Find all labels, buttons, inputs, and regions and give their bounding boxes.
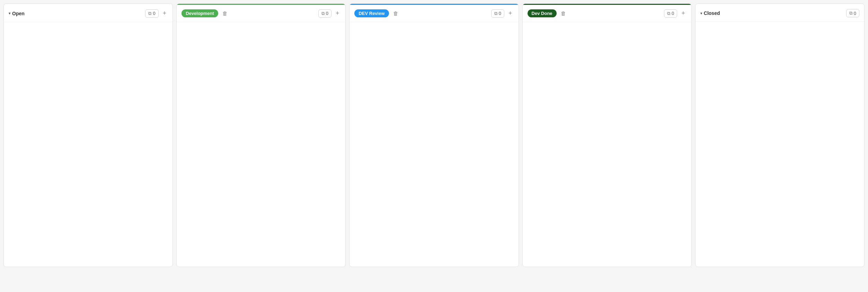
column-title-open: ▾ Open xyxy=(9,11,25,16)
card-icon-dev-review: ⧉ xyxy=(494,11,497,16)
column-header-open: ▾ Open ⧉ 0 + xyxy=(4,4,172,22)
delete-button-dev-done[interactable]: 🗑 xyxy=(559,10,567,17)
delete-button-development[interactable]: 🗑 xyxy=(221,10,229,17)
column-development: Development 🗑 ⧉ 0 + xyxy=(176,3,346,267)
count-button-closed[interactable]: ⧉ 0 xyxy=(846,9,859,17)
column-dev-review: DEV Review 🗑 ⧉ 0 + xyxy=(349,3,519,267)
column-body-closed xyxy=(696,22,864,265)
column-body-dev-review xyxy=(349,22,518,265)
column-title-closed: ▾ Closed xyxy=(700,10,720,16)
add-button-dev-review[interactable]: + xyxy=(507,9,514,18)
column-closed: ▾ Closed ⧉ 0 xyxy=(695,3,865,267)
column-header-dev-review: DEV Review 🗑 ⧉ 0 + xyxy=(349,4,518,22)
count-label-development: 0 xyxy=(326,11,328,16)
badge-dev-done: Dev Done xyxy=(528,9,557,17)
card-icon-dev-done: ⧉ xyxy=(667,11,670,16)
count-button-open[interactable]: ⧉ 0 xyxy=(145,9,158,18)
column-open: ▾ Open ⧉ 0 + xyxy=(3,3,173,267)
column-header-development: Development 🗑 ⧉ 0 + xyxy=(177,4,345,22)
column-label-open: Open xyxy=(12,11,25,16)
count-label-dev-done: 0 xyxy=(672,11,674,16)
column-dev-done: Dev Done 🗑 ⧉ 0 + xyxy=(522,3,692,267)
column-body-development xyxy=(177,22,345,265)
add-button-open[interactable]: + xyxy=(161,9,168,18)
chevron-icon-closed: ▾ xyxy=(700,11,702,15)
add-button-development[interactable]: + xyxy=(334,9,341,18)
add-button-dev-done[interactable]: + xyxy=(680,9,687,18)
card-icon-development: ⧉ xyxy=(321,11,325,16)
column-header-dev-done: Dev Done 🗑 ⧉ 0 + xyxy=(523,4,691,22)
board-columns: ▾ Open ⧉ 0 + Development 🗑 ⧉ 0 + xyxy=(3,3,865,267)
delete-button-dev-review[interactable]: 🗑 xyxy=(392,10,400,17)
card-icon-closed: ⧉ xyxy=(849,10,852,16)
column-label-closed: Closed xyxy=(704,10,720,16)
count-button-development[interactable]: ⧉ 0 xyxy=(318,9,331,18)
badge-development: Development xyxy=(181,9,218,17)
count-button-dev-review[interactable]: ⧉ 0 xyxy=(491,9,504,18)
card-icon-open: ⧉ xyxy=(148,11,151,16)
column-body-open xyxy=(4,22,172,265)
badge-dev-review: DEV Review xyxy=(354,9,389,17)
count-label-open: 0 xyxy=(153,11,155,16)
chevron-icon-open: ▾ xyxy=(9,11,10,15)
count-label-closed: 0 xyxy=(854,11,856,16)
count-label-dev-review: 0 xyxy=(499,11,501,16)
column-body-dev-done xyxy=(523,22,691,265)
column-header-closed: ▾ Closed ⧉ 0 xyxy=(696,4,864,22)
count-button-dev-done[interactable]: ⧉ 0 xyxy=(664,9,677,18)
